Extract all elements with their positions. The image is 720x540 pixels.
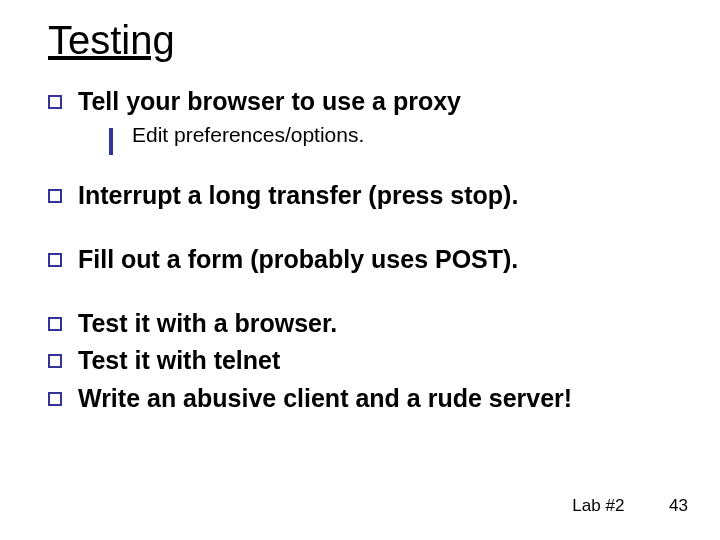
bullet-text: Fill out a form (probably uses POST). <box>78 245 518 273</box>
sub-bullet-list: Edit preferences/options. <box>108 121 690 149</box>
square-bullet-icon <box>48 317 62 331</box>
bullet-text: Tell your browser to use a proxy <box>78 87 461 115</box>
slide-title: Testing <box>48 18 690 63</box>
square-bullet-icon <box>48 392 62 406</box>
bullet-item: Test it with a browser. <box>48 307 690 341</box>
bullet-item: Interrupt a long transfer (press stop). <box>48 179 690 213</box>
footer-label: Lab #2 <box>572 496 624 515</box>
bullet-item: Test it with telnet <box>48 344 690 378</box>
bullet-item: Write an abusive client and a rude serve… <box>48 382 690 416</box>
page-number: 43 <box>669 496 688 515</box>
bullet-item: Fill out a form (probably uses POST). <box>48 243 690 277</box>
bullet-text: Test it with a browser. <box>78 309 337 337</box>
bullet-item: Tell your browser to use a proxy Edit pr… <box>48 85 690 149</box>
square-bullet-icon <box>48 189 62 203</box>
bullet-text: Write an abusive client and a rude serve… <box>78 384 572 412</box>
sub-bullet-text: Edit preferences/options. <box>132 123 364 146</box>
square-bullet-icon <box>48 95 62 109</box>
diamond-bullet-icon <box>108 128 124 144</box>
bullet-text: Test it with telnet <box>78 346 280 374</box>
sub-bullet-item: Edit preferences/options. <box>108 121 690 149</box>
bullet-list: Tell your browser to use a proxy Edit pr… <box>48 85 690 416</box>
slide-footer: Lab #2 43 <box>572 496 688 516</box>
slide: Testing Tell your browser to use a proxy… <box>0 0 720 540</box>
square-bullet-icon <box>48 354 62 368</box>
bullet-text: Interrupt a long transfer (press stop). <box>78 181 518 209</box>
square-bullet-icon <box>48 253 62 267</box>
